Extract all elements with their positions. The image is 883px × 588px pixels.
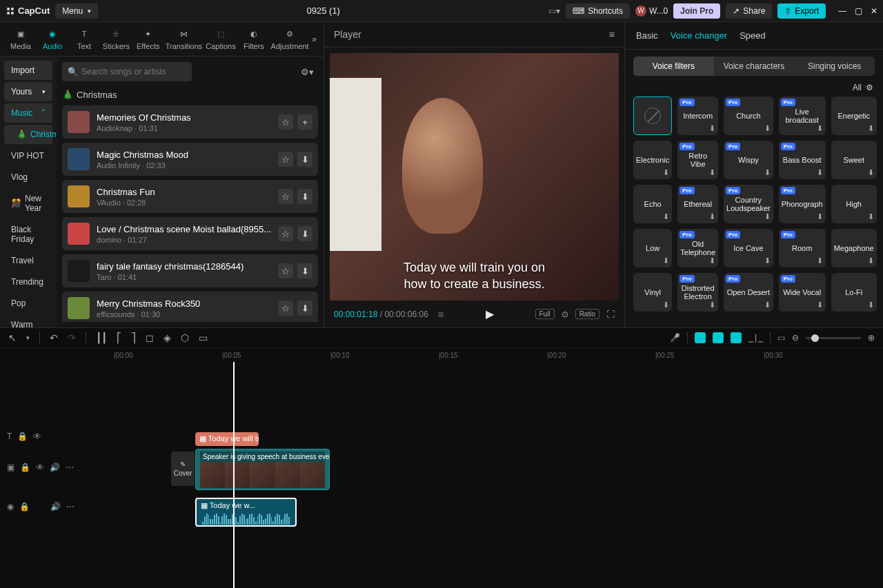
voice-distrorted-electron[interactable]: ProDistrorted Electron⬇ (677, 273, 718, 312)
video-preview[interactable]: Today we will train you on how to create… (330, 53, 619, 301)
download-icon[interactable]: ⬇ (297, 263, 312, 278)
voice-ethereal[interactable]: ProEthereal⬇ (677, 185, 718, 223)
eye-icon[interactable]: 👁 (36, 463, 44, 472)
tab-effects[interactable]: ✦Effects (135, 26, 162, 52)
align-icon[interactable]: ⎯┃⎯ (748, 333, 763, 343)
cat-warm[interactable]: Warm (4, 315, 52, 327)
minimize-icon[interactable]: — (838, 6, 846, 16)
download-icon[interactable]: ⬇ (297, 152, 312, 167)
song-item[interactable]: Christmas FunVAudio · 02:28 ☆⬇ (62, 180, 318, 213)
trim-right-icon[interactable]: ⎤ (131, 332, 136, 343)
tab-filters[interactable]: ◐Filters (240, 26, 268, 52)
select-tool-icon[interactable]: ↖ (8, 332, 17, 343)
fullscreen-icon[interactable]: ⛶ (606, 310, 615, 319)
download-icon[interactable]: ⬇ (297, 226, 312, 241)
marker-icon[interactable]: ◈ (163, 332, 171, 343)
cat-blackfriday[interactable]: Black Friday (4, 220, 52, 249)
download-icon[interactable]: ⬇ (297, 301, 312, 316)
tabs-more-icon[interactable]: » (312, 34, 317, 44)
download-icon[interactable]: + (297, 114, 312, 130)
tab-text[interactable]: TText (70, 26, 98, 52)
close-icon[interactable]: ✕ (871, 6, 877, 16)
zoom-out-icon[interactable]: ⊖ (792, 333, 799, 343)
subtab-singing[interactable]: Singing voices (794, 57, 875, 76)
cat-vlog[interactable]: Vlog (4, 168, 52, 187)
caption-clip[interactable]: ▦ Today we will tr (195, 432, 259, 446)
sort-icon[interactable]: ⚙ (866, 83, 873, 92)
shield-icon[interactable]: ⬡ (181, 332, 189, 343)
rtab-speed[interactable]: Speed (740, 30, 766, 41)
maximize-icon[interactable]: ▢ (855, 6, 862, 16)
caption-tool-icon[interactable]: ▭ (199, 332, 208, 343)
tool-chevron-icon[interactable]: ▾ (26, 334, 30, 341)
tab-adjustment[interactable]: ⚙Adjustment (272, 26, 308, 52)
cat-christmas[interactable]: 🎄 Christmas (4, 125, 52, 144)
voice-live-broadcast[interactable]: ProLive broadcast⬇ (779, 97, 826, 135)
voice-high[interactable]: High⬇ (831, 185, 877, 223)
rtab-voicechanger[interactable]: Voice changer (671, 30, 727, 41)
mute-icon[interactable]: 🔊 (50, 463, 60, 472)
voice-megaphone[interactable]: Megaphone⬇ (831, 229, 877, 267)
voice-none[interactable] (633, 97, 672, 135)
crop-icon[interactable]: ◻ (146, 332, 154, 343)
voice-ice-cave[interactable]: ProIce Cave⬇ (724, 229, 773, 267)
voice-bass-boost[interactable]: ProBass Boost⬇ (779, 141, 826, 179)
tab-transitions[interactable]: ⋈Transitions (166, 26, 201, 52)
voice-wide-vocal[interactable]: ProWide Vocal⬇ (779, 273, 826, 312)
lock-icon[interactable]: 🔒 (19, 502, 30, 511)
rtab-basic[interactable]: Basic (636, 30, 658, 41)
tab-stickers[interactable]: ☆Stickers (102, 26, 130, 52)
voice-energetic[interactable]: Energetic⬇ (831, 97, 877, 135)
zoom-in-icon[interactable]: ⊕ (868, 333, 875, 343)
audio-clip[interactable]: ▦ Today we w... (195, 498, 297, 527)
cat-trending[interactable]: Trending (4, 272, 52, 292)
undo-icon[interactable]: ↶ (50, 332, 58, 343)
favorite-icon[interactable]: ☆ (278, 152, 293, 167)
voice-intercom[interactable]: ProIntercom⬇ (677, 97, 718, 135)
voice-sweet[interactable]: Sweet⬇ (831, 141, 877, 179)
favorite-icon[interactable]: ☆ (278, 189, 293, 204)
timeline-ruler[interactable]: | 00:00 | 00:05 | 00:10 | 00:15 | 00:20 … (0, 348, 883, 362)
voice-country-loudspeaker[interactable]: ProCountry Loudspeaker⬇ (724, 185, 773, 223)
video-clip[interactable]: Speaker is giving speech at business eve (195, 449, 330, 490)
voice-lo-fi[interactable]: Lo-Fi⬇ (831, 273, 877, 312)
favorite-icon[interactable]: ☆ (278, 114, 293, 130)
shortcuts-button[interactable]: ⌨ Shortcuts (566, 3, 630, 19)
tab-captions[interactable]: ⬚Captions (206, 26, 236, 52)
menu-button[interactable]: Menu (55, 3, 98, 19)
tab-media[interactable]: ▣Media (7, 26, 34, 52)
search-input[interactable] (62, 62, 192, 81)
voice-retro-vibe[interactable]: ProRetro Vibe⬇ (677, 141, 718, 179)
subtab-characters[interactable]: Voice characters (714, 57, 795, 76)
import-button[interactable]: Import (4, 61, 52, 80)
voice-vinyl[interactable]: Vinyl⬇ (633, 273, 672, 312)
cover-button[interactable]: ✎Cover (171, 452, 195, 486)
song-item[interactable]: Magic Christmas MoodAudio Infinity · 02:… (62, 143, 318, 176)
favorite-icon[interactable]: ☆ (278, 301, 293, 316)
music-dropdown[interactable]: Music˄ (4, 103, 52, 123)
play-button[interactable]: ▶ (486, 307, 494, 321)
share-button[interactable]: ↗ Share (726, 3, 772, 19)
favorite-icon[interactable]: ☆ (278, 226, 293, 241)
voice-electronic[interactable]: Electronic⬇ (633, 141, 672, 179)
voice-open-desert[interactable]: ProOpen Desert⬇ (724, 273, 773, 312)
magnet-1-icon[interactable] (695, 332, 706, 343)
voice-echo[interactable]: Echo⬇ (633, 185, 672, 223)
join-pro-button[interactable]: Join Pro (673, 3, 720, 19)
lock-icon[interactable]: 🔒 (17, 432, 28, 441)
eye-icon[interactable]: 👁 (33, 432, 41, 441)
export-button[interactable]: ⇧ Export (777, 3, 826, 19)
voice-low[interactable]: Low⬇ (633, 229, 672, 267)
voice-old-telephone[interactable]: ProOld Telephone⬇ (677, 229, 718, 267)
zoom-slider[interactable] (806, 337, 861, 339)
timeline-tracks[interactable]: ✎Cover ▦ Today we will tr Speaker is giv… (83, 362, 883, 588)
mute-icon[interactable]: 🔊 (50, 502, 61, 511)
magnet-3-icon[interactable] (731, 332, 742, 343)
redo-icon[interactable]: ↷ (68, 332, 76, 343)
voice-phonograph[interactable]: ProPhonograph⬇ (779, 185, 826, 223)
player-menu-icon[interactable]: ≡ (609, 29, 615, 40)
tab-audio[interactable]: ◉Audio (39, 26, 66, 52)
download-icon[interactable]: ⬇ (297, 189, 312, 204)
loop-icon[interactable]: ⊙ (562, 310, 568, 319)
magnet-2-icon[interactable] (713, 332, 724, 343)
